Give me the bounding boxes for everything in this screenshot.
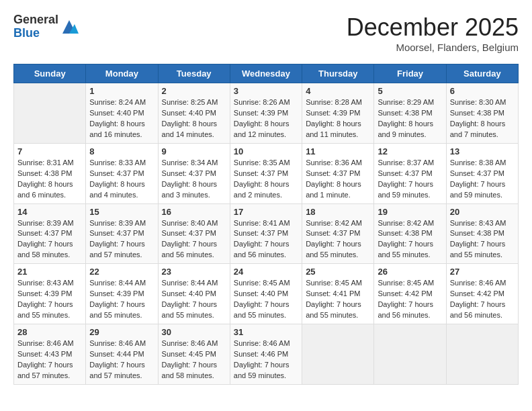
calendar-header: SundayMondayTuesdayWednesdayThursdayFrid… — [14, 64, 519, 83]
calendar-cell: 21Sunrise: 8:43 AMSunset: 4:39 PMDayligh… — [14, 264, 86, 324]
day-number: 5 — [378, 86, 442, 96]
header-row: SundayMondayTuesdayWednesdayThursdayFrid… — [14, 64, 519, 83]
day-number: 21 — [17, 267, 82, 277]
day-number: 19 — [378, 207, 442, 217]
day-info: Sunrise: 8:46 AMSunset: 4:43 PMDaylight:… — [17, 338, 82, 381]
day-info: Sunrise: 8:39 AMSunset: 4:37 PMDaylight:… — [89, 218, 154, 261]
header-day: Wednesday — [230, 64, 302, 83]
calendar-cell — [374, 324, 446, 385]
calendar-cell: 17Sunrise: 8:41 AMSunset: 4:37 PMDayligh… — [230, 203, 302, 264]
day-info: Sunrise: 8:45 AMSunset: 4:41 PMDaylight:… — [306, 278, 370, 321]
day-info: Sunrise: 8:25 AMSunset: 4:40 PMDaylight:… — [162, 97, 226, 140]
calendar-cell — [302, 324, 374, 385]
calendar-row: 1Sunrise: 8:24 AMSunset: 4:40 PMDaylight… — [14, 83, 519, 144]
calendar-cell: 6Sunrise: 8:30 AMSunset: 4:38 PMDaylight… — [446, 83, 518, 144]
day-number: 12 — [378, 146, 442, 156]
day-number: 27 — [450, 267, 515, 277]
day-number: 24 — [234, 267, 298, 277]
calendar-cell: 13Sunrise: 8:38 AMSunset: 4:37 PMDayligh… — [446, 143, 518, 203]
day-number: 9 — [162, 146, 226, 156]
day-info: Sunrise: 8:42 AMSunset: 4:38 PMDaylight:… — [378, 218, 442, 261]
calendar-cell: 5Sunrise: 8:29 AMSunset: 4:38 PMDaylight… — [374, 83, 446, 144]
calendar-cell: 4Sunrise: 8:28 AMSunset: 4:39 PMDaylight… — [302, 83, 374, 144]
day-info: Sunrise: 8:33 AMSunset: 4:37 PMDaylight:… — [89, 158, 154, 201]
logo-icon — [60, 17, 79, 36]
day-info: Sunrise: 8:45 AMSunset: 4:40 PMDaylight:… — [234, 278, 298, 321]
day-info: Sunrise: 8:38 AMSunset: 4:37 PMDaylight:… — [450, 158, 515, 201]
day-info: Sunrise: 8:24 AMSunset: 4:40 PMDaylight:… — [89, 97, 154, 140]
day-info: Sunrise: 8:46 AMSunset: 4:44 PMDaylight:… — [89, 338, 154, 381]
calendar-cell: 20Sunrise: 8:43 AMSunset: 4:38 PMDayligh… — [446, 203, 518, 264]
calendar-cell: 16Sunrise: 8:40 AMSunset: 4:37 PMDayligh… — [158, 203, 230, 264]
calendar-cell: 7Sunrise: 8:31 AMSunset: 4:38 PMDaylight… — [14, 143, 86, 203]
day-number: 18 — [306, 207, 370, 217]
day-info: Sunrise: 8:43 AMSunset: 4:38 PMDaylight:… — [450, 218, 515, 261]
calendar-cell: 18Sunrise: 8:42 AMSunset: 4:37 PMDayligh… — [302, 203, 374, 264]
day-info: Sunrise: 8:45 AMSunset: 4:42 PMDaylight:… — [378, 278, 442, 321]
calendar-cell: 31Sunrise: 8:46 AMSunset: 4:46 PMDayligh… — [230, 324, 302, 385]
day-info: Sunrise: 8:39 AMSunset: 4:37 PMDaylight:… — [17, 218, 82, 261]
day-number: 8 — [89, 146, 154, 156]
header-day: Monday — [86, 64, 158, 83]
day-info: Sunrise: 8:31 AMSunset: 4:38 PMDaylight:… — [17, 158, 82, 201]
calendar-cell: 8Sunrise: 8:33 AMSunset: 4:37 PMDaylight… — [86, 143, 158, 203]
day-info: Sunrise: 8:30 AMSunset: 4:38 PMDaylight:… — [450, 97, 515, 140]
day-number: 2 — [162, 86, 226, 96]
header-day: Tuesday — [158, 64, 230, 83]
day-info: Sunrise: 8:26 AMSunset: 4:39 PMDaylight:… — [234, 97, 298, 140]
calendar-cell: 10Sunrise: 8:35 AMSunset: 4:37 PMDayligh… — [230, 143, 302, 203]
day-number: 30 — [162, 327, 226, 337]
day-number: 29 — [89, 327, 154, 337]
day-info: Sunrise: 8:44 AMSunset: 4:39 PMDaylight:… — [89, 278, 154, 321]
day-number: 1 — [89, 86, 154, 96]
calendar-cell: 3Sunrise: 8:26 AMSunset: 4:39 PMDaylight… — [230, 83, 302, 144]
day-number: 22 — [89, 267, 154, 277]
calendar-cell: 30Sunrise: 8:46 AMSunset: 4:45 PMDayligh… — [158, 324, 230, 385]
day-info: Sunrise: 8:46 AMSunset: 4:42 PMDaylight:… — [450, 278, 515, 321]
header-day: Sunday — [14, 64, 86, 83]
day-info: Sunrise: 8:42 AMSunset: 4:37 PMDaylight:… — [306, 218, 370, 261]
logo: General Blue — [13, 13, 79, 40]
day-number: 11 — [306, 146, 370, 156]
calendar-cell: 27Sunrise: 8:46 AMSunset: 4:42 PMDayligh… — [446, 264, 518, 324]
day-number: 16 — [162, 207, 226, 217]
day-number: 7 — [17, 146, 82, 156]
calendar-cell: 15Sunrise: 8:39 AMSunset: 4:37 PMDayligh… — [86, 203, 158, 264]
day-info: Sunrise: 8:46 AMSunset: 4:45 PMDaylight:… — [162, 338, 226, 381]
header-day: Friday — [374, 64, 446, 83]
calendar-body: 1Sunrise: 8:24 AMSunset: 4:40 PMDaylight… — [14, 83, 519, 385]
day-number: 3 — [234, 86, 298, 96]
day-number: 13 — [450, 146, 515, 156]
calendar-row: 7Sunrise: 8:31 AMSunset: 4:38 PMDaylight… — [14, 143, 519, 203]
title-section: December 2025 Moorsel, Flanders, Belgium — [347, 13, 519, 53]
day-number: 23 — [162, 267, 226, 277]
calendar-cell: 11Sunrise: 8:36 AMSunset: 4:37 PMDayligh… — [302, 143, 374, 203]
day-info: Sunrise: 8:35 AMSunset: 4:37 PMDaylight:… — [234, 158, 298, 201]
day-number: 10 — [234, 146, 298, 156]
day-info: Sunrise: 8:46 AMSunset: 4:46 PMDaylight:… — [234, 338, 298, 381]
day-number: 31 — [234, 327, 298, 337]
calendar-cell: 29Sunrise: 8:46 AMSunset: 4:44 PMDayligh… — [86, 324, 158, 385]
calendar-cell: 2Sunrise: 8:25 AMSunset: 4:40 PMDaylight… — [158, 83, 230, 144]
calendar-cell — [446, 324, 518, 385]
day-number: 4 — [306, 86, 370, 96]
day-info: Sunrise: 8:43 AMSunset: 4:39 PMDaylight:… — [17, 278, 82, 321]
page-header: General Blue December 2025 Moorsel, Flan… — [13, 13, 519, 53]
calendar-row: 21Sunrise: 8:43 AMSunset: 4:39 PMDayligh… — [14, 264, 519, 324]
day-number: 6 — [450, 86, 515, 96]
day-info: Sunrise: 8:29 AMSunset: 4:38 PMDaylight:… — [378, 97, 442, 140]
calendar-cell: 9Sunrise: 8:34 AMSunset: 4:37 PMDaylight… — [158, 143, 230, 203]
day-info: Sunrise: 8:37 AMSunset: 4:37 PMDaylight:… — [378, 158, 442, 201]
day-number: 15 — [89, 207, 154, 217]
calendar-row: 28Sunrise: 8:46 AMSunset: 4:43 PMDayligh… — [14, 324, 519, 385]
calendar-cell — [14, 83, 86, 144]
calendar-cell: 19Sunrise: 8:42 AMSunset: 4:38 PMDayligh… — [374, 203, 446, 264]
logo-blue: Blue — [13, 27, 58, 40]
header-day: Thursday — [302, 64, 374, 83]
calendar-cell: 23Sunrise: 8:44 AMSunset: 4:40 PMDayligh… — [158, 264, 230, 324]
day-info: Sunrise: 8:36 AMSunset: 4:37 PMDaylight:… — [306, 158, 370, 201]
calendar-cell: 12Sunrise: 8:37 AMSunset: 4:37 PMDayligh… — [374, 143, 446, 203]
day-number: 26 — [378, 267, 442, 277]
day-number: 25 — [306, 267, 370, 277]
calendar-cell: 26Sunrise: 8:45 AMSunset: 4:42 PMDayligh… — [374, 264, 446, 324]
